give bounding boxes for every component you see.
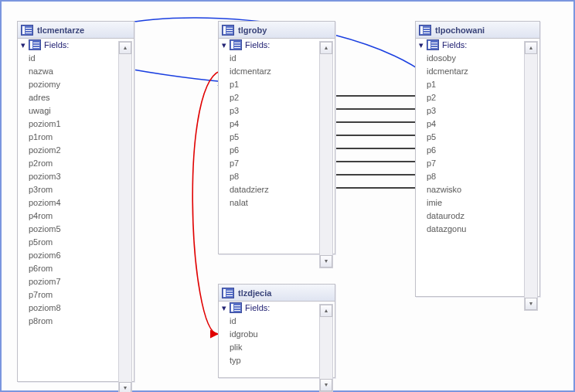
field-item[interactable]: p5 (416, 130, 539, 143)
field-item[interactable]: p6 (219, 143, 335, 156)
table-icon (222, 25, 234, 36)
fields-label: Fields: (442, 40, 467, 49)
field-item[interactable]: poziom8 (18, 301, 134, 314)
scroll-up-button[interactable]: ▴ (320, 305, 332, 317)
table-header[interactable]: tlzdjecia (219, 285, 335, 302)
fields-header[interactable]: ▾ Fields: (416, 39, 539, 51)
field-item[interactable]: p8 (416, 169, 539, 182)
table-icon (21, 25, 33, 36)
scroll-up-button[interactable]: ▴ (525, 42, 537, 54)
field-item[interactable]: imie (416, 196, 539, 209)
field-item[interactable]: p4rom (18, 209, 134, 222)
field-item[interactable]: p8 (219, 169, 335, 182)
fields-header[interactable]: ▾ Fields: (219, 302, 335, 314)
diagram-canvas: tlcmentarze ▾ Fields: idnazwapoziomyadre… (0, 0, 575, 392)
field-item[interactable]: poziom3 (18, 169, 134, 182)
field-item[interactable]: nalat (219, 196, 335, 209)
scroll-down-button[interactable]: ▾ (119, 382, 131, 392)
field-item[interactable]: p2 (416, 90, 539, 104)
table-tlcmentarze[interactable]: tlcmentarze ▾ Fields: idnazwapoziomyadre… (17, 21, 134, 382)
field-item[interactable]: p4 (416, 117, 539, 130)
scrollbar[interactable]: ▴ ▾ (319, 41, 333, 268)
field-item[interactable]: id (219, 314, 335, 327)
field-item[interactable]: poziom2 (18, 143, 134, 156)
field-item[interactable]: p1rom (18, 130, 134, 143)
field-item[interactable]: p3 (219, 104, 335, 117)
table-tlgroby[interactable]: tlgroby ▾ Fields: ididcmentarzp1p2p3p4p5… (218, 21, 335, 254)
scroll-down-button[interactable]: ▾ (320, 379, 332, 391)
field-item[interactable]: datazgonu (416, 222, 539, 235)
table-title: tlpochowani (435, 26, 485, 35)
table-tlpochowani[interactable]: tlpochowani ▾ Fields: idosobyidcmentarzp… (415, 21, 540, 297)
scrollbar[interactable]: ▴ ▾ (118, 41, 132, 392)
field-item[interactable]: poziom4 (18, 196, 134, 209)
field-item[interactable]: dataurodz (416, 209, 539, 222)
field-item[interactable]: id (18, 51, 134, 64)
scroll-down-button[interactable]: ▾ (525, 298, 537, 310)
field-item[interactable]: p1 (219, 77, 335, 90)
scrollbar[interactable]: ▴ ▾ (319, 304, 333, 392)
field-item[interactable]: id (219, 51, 335, 64)
field-item[interactable]: p1 (416, 77, 539, 90)
table-icon (427, 39, 439, 50)
field-item[interactable]: poziom6 (18, 248, 134, 261)
field-item[interactable]: poziom5 (18, 222, 134, 235)
field-item[interactable]: datadzierz (219, 182, 335, 196)
table-tlzdjecia[interactable]: tlzdjecia ▾ Fields: ididgrobupliktyp ▴ ▾ (218, 284, 335, 378)
table-title: tlcmentarze (37, 26, 84, 35)
table-icon (222, 288, 234, 298)
field-item[interactable]: p2rom (18, 156, 134, 169)
fields-header[interactable]: ▾ Fields: (18, 39, 134, 51)
field-item[interactable]: p5 (219, 130, 335, 143)
field-item[interactable]: adres (18, 90, 134, 104)
table-title: tlzdjecia (238, 288, 271, 298)
field-item[interactable]: nazwa (18, 64, 134, 77)
field-item[interactable]: p4 (219, 117, 335, 130)
field-item[interactable]: poziom1 (18, 117, 134, 130)
field-item[interactable]: p3 (416, 104, 539, 117)
field-item[interactable]: nazwisko (416, 182, 539, 196)
table-icon (29, 39, 41, 50)
table-header[interactable]: tlgroby (219, 22, 335, 39)
field-item[interactable]: idgrobu (219, 327, 335, 340)
field-item[interactable]: p7 (219, 156, 335, 169)
fields-label: Fields: (245, 40, 270, 49)
field-item[interactable]: p3rom (18, 182, 134, 196)
scroll-up-button[interactable]: ▴ (320, 42, 332, 54)
field-item[interactable]: p5rom (18, 235, 134, 248)
field-item[interactable]: poziom7 (18, 274, 134, 288)
field-item[interactable]: p7 (416, 156, 539, 169)
field-item[interactable]: idosoby (416, 51, 539, 64)
scroll-down-button[interactable]: ▾ (320, 255, 332, 268)
fields-label: Fields: (44, 40, 69, 49)
table-icon (230, 39, 242, 50)
fields-header[interactable]: ▾ Fields: (219, 39, 335, 51)
table-icon (230, 302, 242, 313)
field-item[interactable]: p6 (416, 143, 539, 156)
table-title: tlgroby (238, 26, 267, 35)
scrollbar[interactable]: ▴ ▾ (524, 41, 538, 311)
field-item[interactable]: p8rom (18, 314, 134, 327)
table-header[interactable]: tlcmentarze (18, 22, 134, 39)
field-item[interactable]: p2 (219, 90, 335, 104)
field-item[interactable]: idcmentarz (416, 64, 539, 77)
scroll-up-button[interactable]: ▴ (119, 42, 131, 54)
table-header[interactable]: tlpochowani (416, 22, 539, 39)
field-item[interactable]: plik (219, 340, 335, 353)
fields-label: Fields: (245, 303, 270, 312)
field-item[interactable]: typ (219, 353, 335, 366)
field-item[interactable]: p7rom (18, 288, 134, 301)
field-item[interactable]: idcmentarz (219, 64, 335, 77)
field-item[interactable]: p6rom (18, 261, 134, 274)
field-item[interactable]: poziomy (18, 77, 134, 90)
field-item[interactable]: uwagi (18, 104, 134, 117)
table-icon (419, 25, 431, 36)
